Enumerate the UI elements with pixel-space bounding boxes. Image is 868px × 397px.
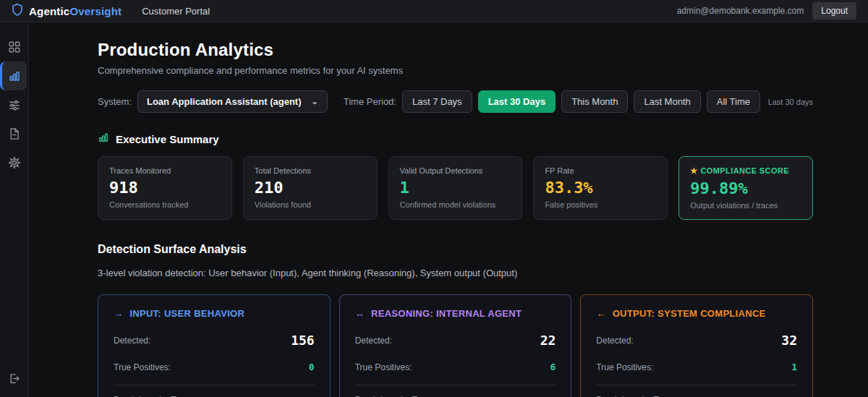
detection-section-subtitle: 3-level violation detection: User behavi… xyxy=(98,268,813,278)
summary-card-compliance-score: ★COMPLIANCE SCORE 99.89% Output violatio… xyxy=(678,156,813,220)
star-icon: ★ xyxy=(690,166,697,175)
true-positives-label: True Positives: xyxy=(114,362,171,372)
summary-card-traces-monitored: Traces Monitored 918 Conversations track… xyxy=(98,156,232,220)
detection-card-header: → INPUT: USER BEHAVIOR xyxy=(114,308,315,319)
card-sublabel: Output violations / traces xyxy=(690,201,801,210)
gear-icon xyxy=(8,156,21,169)
card-sublabel: Violations found xyxy=(255,200,366,209)
period-button-last-month[interactable]: Last Month xyxy=(634,90,700,113)
summary-card-fp-rate: FP Rate 83.3% False positives xyxy=(533,156,668,220)
true-positives-value: 1 xyxy=(791,362,797,372)
detected-label: Detected: xyxy=(114,336,150,346)
card-label: FP Rate xyxy=(545,166,656,175)
sidebar-item-reports[interactable] xyxy=(0,119,28,148)
card-label: Traces Monitored xyxy=(109,166,221,175)
period-button-all-time[interactable]: All Time xyxy=(707,90,760,113)
detection-card-header: ← OUTPUT: SYSTEM COMPLIANCE xyxy=(596,308,797,319)
portal-label: Customer Portal xyxy=(142,6,210,17)
time-period-label: Time Period: xyxy=(344,96,396,107)
detected-value: 32 xyxy=(781,333,797,348)
period-button-last-30-days[interactable]: Last 30 Days xyxy=(478,90,556,113)
divider xyxy=(355,385,556,385)
card-value: 99.89% xyxy=(690,179,801,197)
topbar: AgenticOversight Customer Portal admin@d… xyxy=(0,0,868,22)
page-subtitle: Comprehensive compliance and performance… xyxy=(98,65,813,76)
detection-cards: → INPUT: USER BEHAVIOR Detected: 156 Tru… xyxy=(98,294,813,397)
sidebar-item-dashboard[interactable] xyxy=(0,33,28,61)
period-button-last-7-days[interactable]: Last 7 Days xyxy=(402,90,472,113)
divider xyxy=(114,385,315,385)
sidebar-item-analytics[interactable] xyxy=(0,61,27,90)
detection-section-title: Detection Surface Analysis xyxy=(98,243,813,256)
detected-value: 156 xyxy=(291,333,315,348)
filter-bar: System: Loan Application Assistant (agen… xyxy=(98,90,813,113)
card-sublabel: Conversations tracked xyxy=(109,200,221,209)
arrow-both-icon: ↔ xyxy=(355,308,365,319)
detected-label: Detected: xyxy=(355,336,392,346)
card-label: Valid Output Detections xyxy=(400,166,511,175)
system-select-value: Loan Application Assistant (agent) xyxy=(147,96,302,107)
summary-card-valid-output-detections: Valid Output Detections 1 Confirmed mode… xyxy=(388,156,523,220)
detection-card-input: → INPUT: USER BEHAVIOR Detected: 156 Tru… xyxy=(98,294,331,397)
logout-button[interactable]: Logout xyxy=(812,2,856,20)
card-value: 210 xyxy=(255,179,366,197)
period-button-this-month[interactable]: This Month xyxy=(561,90,628,113)
card-value: 918 xyxy=(109,179,221,197)
summary-card-total-detections: Total Detections 210 Violations found xyxy=(243,156,378,220)
detected-label: Detected: xyxy=(596,336,633,346)
detection-card-reasoning: ↔ REASONING: INTERNAL AGENT Detected: 22… xyxy=(339,294,572,397)
sliders-icon xyxy=(8,98,21,111)
card-sublabel: False positives xyxy=(545,200,656,209)
sidebar-item-settings[interactable] xyxy=(0,148,28,177)
arrow-right-icon: → xyxy=(114,308,123,319)
detection-card-header: ↔ REASONING: INTERNAL AGENT xyxy=(355,308,556,319)
bar-chart-icon xyxy=(98,132,109,146)
main-content: Production Analytics Comprehensive compl… xyxy=(29,22,868,397)
page-title: Production Analytics xyxy=(98,40,813,60)
true-positives-label: True Positives: xyxy=(596,362,653,372)
user-email: admin@demobank.example.com xyxy=(677,6,804,16)
grid-icon xyxy=(8,40,21,54)
shield-icon xyxy=(12,3,23,19)
card-sublabel: Confirmed model violations xyxy=(400,200,511,209)
card-value: 1 xyxy=(400,179,511,197)
true-positives-value: 0 xyxy=(309,362,315,372)
brand: AgenticOversight xyxy=(12,3,122,19)
range-note: Last 30 days xyxy=(768,98,813,106)
true-positives-label: True Positives: xyxy=(355,362,412,372)
divider xyxy=(596,385,797,385)
true-positives-value: 6 xyxy=(550,362,556,372)
sidebar-item-controls[interactable] xyxy=(0,90,28,119)
sidebar xyxy=(0,22,29,397)
card-value: 83.3% xyxy=(545,179,656,197)
sign-out-icon xyxy=(8,372,20,385)
arrow-left-icon: ← xyxy=(596,308,605,319)
card-label: ★COMPLIANCE SCORE xyxy=(690,166,801,176)
brand-name: AgenticOversight xyxy=(29,5,122,17)
chevron-down-icon: ⌄ xyxy=(312,98,318,106)
executive-summary-header: Executive Summary xyxy=(98,132,813,146)
summary-cards: Traces Monitored 918 Conversations track… xyxy=(98,156,813,220)
detection-card-output: ← OUTPUT: SYSTEM COMPLIANCE Detected: 32… xyxy=(580,294,813,397)
sidebar-item-signout[interactable] xyxy=(0,364,28,393)
system-select[interactable]: Loan Application Assistant (agent) ⌄ xyxy=(137,90,328,113)
card-label: Total Detections xyxy=(255,166,366,175)
bar-chart-icon xyxy=(8,69,21,82)
document-icon xyxy=(8,127,20,140)
executive-summary-title: Executive Summary xyxy=(116,133,219,145)
detected-value: 22 xyxy=(540,333,556,348)
system-label: System: xyxy=(98,96,132,107)
